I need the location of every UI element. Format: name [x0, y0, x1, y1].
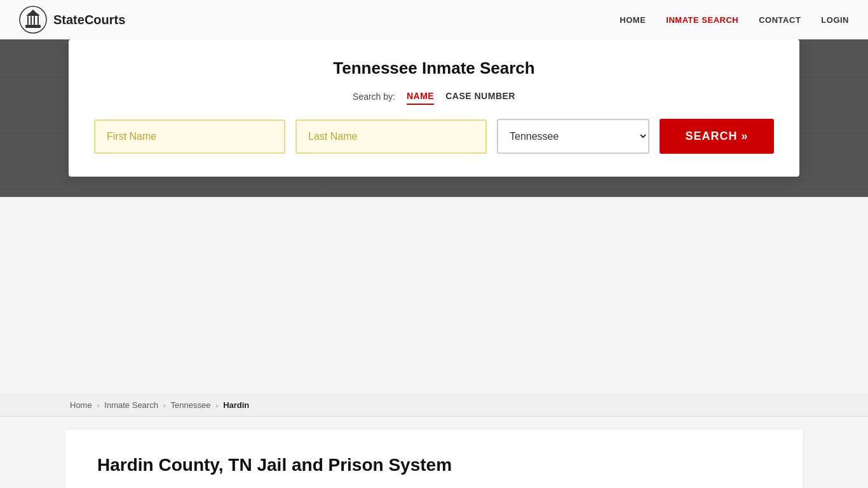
- main-content: Hardin County, TN Jail and Prison System…: [65, 430, 803, 488]
- tab-case-number[interactable]: CASE NUMBER: [445, 88, 515, 105]
- nav-contact[interactable]: CONTACT: [759, 15, 801, 25]
- first-name-input[interactable]: [94, 119, 285, 154]
- svg-rect-6: [34, 16, 35, 25]
- county-title: Hardin County, TN Jail and Prison System: [97, 455, 771, 475]
- svg-rect-8: [25, 27, 41, 28]
- svg-rect-2: [27, 15, 39, 16]
- search-button[interactable]: SEARCH »: [660, 119, 774, 154]
- nav-inmate-search[interactable]: INMATE SEARCH: [666, 15, 738, 25]
- breadcrumb-sep-1: ›: [97, 402, 100, 409]
- navbar: StateCourts HOME INMATE SEARCH CONTACT L…: [0, 0, 868, 39]
- svg-rect-7: [37, 16, 39, 25]
- svg-rect-5: [31, 16, 32, 25]
- header: COURTHOUSE StateCourts HOME INMATE SEARC…: [0, 0, 868, 197]
- breadcrumb: Home › Inmate Search › Tennessee › Hardi…: [0, 394, 868, 417]
- svg-rect-4: [27, 16, 29, 25]
- nav-links: HOME INMATE SEARCH CONTACT LOGIN: [620, 15, 849, 25]
- breadcrumb-sep-3: ›: [215, 402, 218, 409]
- search-by-label: Search by:: [353, 92, 395, 102]
- nav-login[interactable]: LOGIN: [821, 15, 849, 25]
- search-card: Tennessee Inmate Search Search by: NAME …: [69, 39, 799, 177]
- logo-icon: [19, 6, 47, 34]
- tab-name[interactable]: NAME: [407, 88, 434, 105]
- breadcrumb-home[interactable]: Home: [70, 400, 92, 410]
- search-by-row: Search by: NAME CASE NUMBER: [94, 88, 774, 105]
- breadcrumb-sep-2: ›: [163, 402, 166, 409]
- nav-home[interactable]: HOME: [620, 15, 646, 25]
- last-name-input[interactable]: [295, 119, 487, 154]
- svg-rect-1: [25, 25, 41, 27]
- search-card-title: Tennessee Inmate Search: [94, 58, 774, 78]
- logo-text: StateCourts: [53, 13, 125, 27]
- breadcrumb-current: Hardin: [223, 400, 249, 410]
- state-select[interactable]: Tennessee Alabama Alaska Arizona Arkansa…: [497, 119, 649, 154]
- logo-area: StateCourts: [19, 6, 620, 34]
- svg-rect-3: [28, 13, 38, 15]
- search-fields-row: Tennessee Alabama Alaska Arizona Arkansa…: [94, 119, 774, 154]
- search-button-label: SEARCH »: [685, 130, 748, 143]
- breadcrumb-tennessee[interactable]: Tennessee: [171, 400, 211, 410]
- breadcrumb-inmate-search[interactable]: Inmate Search: [104, 400, 158, 410]
